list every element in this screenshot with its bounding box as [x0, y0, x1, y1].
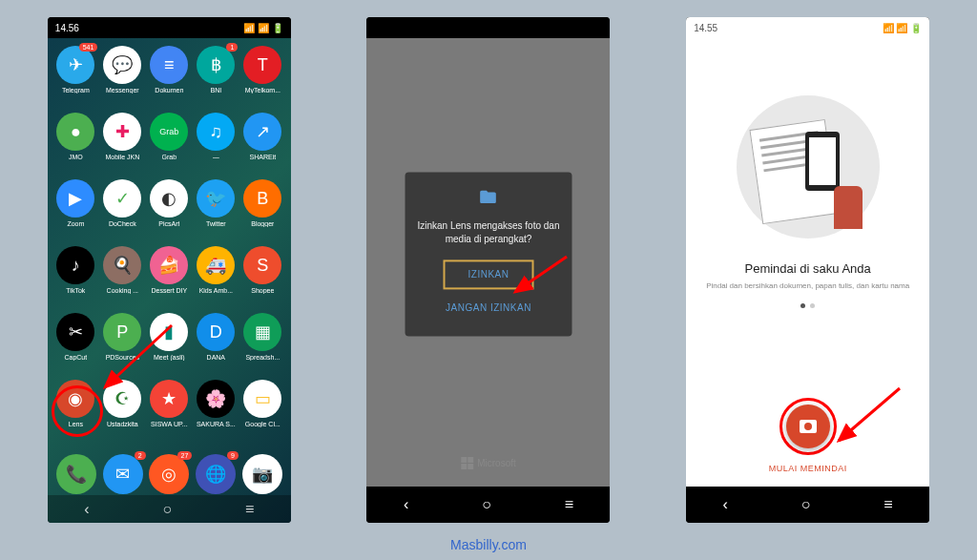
app-zoom[interactable]: ▶Zoom — [53, 179, 98, 244]
app-docheck[interactable]: ✓DoCheck — [100, 179, 145, 244]
app-icon: D — [197, 313, 235, 351]
app-siswa-up-[interactable]: ★SISWA UP... — [147, 380, 192, 445]
notification-badge: 541 — [79, 43, 98, 52]
app-sakura-s-[interactable]: 🌸SAKURA S... — [194, 380, 239, 445]
app-shareit[interactable]: ↗SHAREit — [240, 113, 285, 177]
app-icon: ☪ — [103, 380, 141, 418]
app-label: Shopee — [251, 287, 274, 294]
app-google-cl-[interactable]: ▭Google Cl... — [240, 380, 285, 445]
app-shopee[interactable]: SShopee — [240, 246, 285, 311]
app-icon: ▦ — [243, 313, 281, 351]
app-label: SHAREit — [250, 154, 277, 160]
app-grid: ✈541Telegram💬Messenger≡Dokumen฿1BNITMyTe… — [48, 38, 291, 452]
app-spreadsh-[interactable]: ▦Spreadsh... — [240, 313, 285, 378]
app-label: Lens — [69, 421, 83, 427]
app-icon: ✚ — [103, 113, 141, 151]
dock-app[interactable]: 🌐9 — [196, 454, 236, 494]
dock-app[interactable]: ◎27 — [149, 454, 189, 494]
app-lens[interactable]: ◉Lens — [53, 380, 98, 445]
app-twitter[interactable]: 🐦Twitter — [194, 179, 239, 244]
image-caption: Masbilly.com — [450, 537, 527, 552]
nav-home[interactable]: ○ — [801, 496, 811, 513]
nav-home[interactable]: ○ — [482, 496, 491, 513]
nav-recent[interactable]: ≡ — [245, 501, 254, 518]
app-dana[interactable]: DDANA — [194, 313, 239, 378]
nav-recent[interactable]: ≡ — [883, 496, 892, 513]
app--[interactable]: ♫— — [194, 113, 239, 177]
camera-icon — [800, 420, 817, 433]
app-label: Twitter — [206, 220, 226, 227]
nav-back[interactable]: ‹ — [404, 496, 408, 513]
app-icon: ◉ — [56, 380, 94, 418]
scan-fab-button[interactable] — [786, 404, 830, 448]
app-icon: ▭ — [243, 380, 281, 418]
app-mytelkom-[interactable]: TMyTelkom... — [240, 46, 285, 111]
app-cooking-[interactable]: 🍳Cooking ... — [100, 246, 145, 311]
onboarding-illustration — [737, 95, 880, 239]
app-label: Meet (asli) — [154, 354, 185, 361]
dock: 📞✉2◎27🌐9📷 — [48, 452, 291, 495]
app-jmo[interactable]: ●JMO — [53, 113, 98, 177]
status-icons: 📶 📶 🔋 — [883, 23, 923, 33]
app-grab[interactable]: GrabGrab — [147, 113, 192, 177]
app-icon: ◐ — [150, 179, 188, 218]
dock-app[interactable]: ✉2 — [103, 454, 143, 494]
app-icon: 🐦 — [197, 179, 235, 218]
app-icon: B — [243, 179, 281, 218]
app-label: Messenger — [106, 87, 139, 93]
app-dessert-diy[interactable]: 🍰Dessert DIY — [147, 246, 192, 311]
app-label: DANA — [207, 354, 225, 361]
app-icon: ✂ — [56, 313, 94, 351]
permission-screen: Izinkan Lens mengakses foto dan media di… — [366, 38, 610, 487]
nav-recent[interactable]: ≡ — [565, 496, 573, 513]
app-icon: 🍰 — [150, 246, 188, 284]
app-icon: 🍳 — [103, 246, 141, 284]
app-label: Cooking ... — [107, 287, 138, 294]
app-messenger[interactable]: 💬Messenger — [100, 46, 145, 111]
status-icons: 📶 📶 🔋 — [243, 23, 283, 33]
dock-app[interactable]: 📷 — [242, 454, 282, 494]
app-icon: ▮ — [150, 313, 188, 351]
app-label: Dokumen — [155, 87, 183, 93]
app-icon: ▶ — [56, 179, 94, 218]
nav-bar: ‹ ○ ≡ — [366, 487, 610, 523]
deny-button[interactable]: JANGAN IZINKAN — [416, 295, 560, 321]
phone-onboarding: 14.55 📶 📶 🔋 Pemindai di saku Anda Pindai… — [686, 17, 929, 523]
app-kids-amb-[interactable]: 🚑Kids Amb... — [194, 246, 239, 311]
nav-home[interactable]: ○ — [162, 501, 172, 518]
app-ustadzkita[interactable]: ☪Ustadzkita — [100, 380, 145, 445]
app-icon: ● — [56, 113, 94, 151]
app-picsart[interactable]: ◐PicsArt — [147, 179, 192, 244]
app-label: TikTok — [66, 287, 85, 294]
app-dokumen[interactable]: ≡Dokumen — [147, 46, 192, 111]
nav-back[interactable]: ‹ — [84, 501, 89, 518]
app-label: SAKURA S... — [197, 421, 236, 427]
nav-bar: ‹ ○ ≡ — [686, 487, 929, 523]
app-bni[interactable]: ฿1BNI — [194, 46, 239, 111]
app-icon: Grab — [150, 113, 188, 151]
dialog-message: Izinkan Lens mengakses foto dan media di… — [416, 219, 560, 246]
app-pdsources[interactable]: PPDSources — [100, 313, 145, 378]
allow-button[interactable]: IZINKAN — [443, 259, 533, 289]
app-mobile-jkn[interactable]: ✚Mobile JKN — [100, 113, 145, 177]
app-icon: ♫ — [197, 113, 235, 151]
app-meet-asli-[interactable]: ▮Meet (asli) — [147, 313, 192, 378]
app-tiktok[interactable]: ♪TikTok — [53, 246, 98, 311]
nav-back[interactable]: ‹ — [723, 496, 728, 513]
app-icon: ✓ — [103, 179, 141, 218]
app-icon: P — [103, 313, 141, 351]
app-label: Grab — [162, 154, 177, 160]
app-telegram[interactable]: ✈541Telegram — [53, 46, 98, 111]
app-icon: 💬 — [103, 46, 141, 84]
home-screen: ✈541Telegram💬Messenger≡Dokumen฿1BNITMyTe… — [48, 38, 291, 523]
nav-bar: ‹ ○ ≡ — [48, 495, 291, 523]
status-bar: 14.55 📶 📶 🔋 — [686, 17, 929, 38]
permission-dialog: Izinkan Lens mengakses foto dan media di… — [405, 172, 572, 336]
folder-icon — [479, 187, 498, 206]
app-icon: S — [243, 246, 281, 284]
dock-app[interactable]: 📞 — [56, 454, 96, 494]
app-label: SISWA UP... — [151, 421, 188, 427]
app-blogger[interactable]: BBlogger — [240, 179, 285, 244]
app-capcut[interactable]: ✂CapCut — [53, 313, 98, 378]
phone-homescreen: 14.56 📶 📶 🔋 ✈541Telegram💬Messenger≡Dokum… — [48, 17, 291, 523]
